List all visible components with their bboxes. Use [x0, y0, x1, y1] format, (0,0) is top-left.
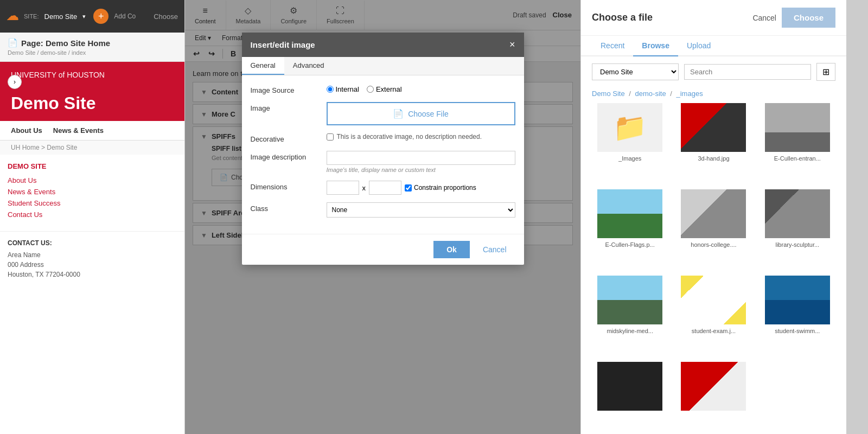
- fc-item-honors[interactable]: honors-college....: [675, 189, 751, 268]
- image-source-label: Image Source: [251, 84, 327, 94]
- choose-file-button[interactable]: 📄 Choose File: [327, 102, 515, 125]
- decorative-text: This is a decorative image, no descripti…: [337, 133, 482, 141]
- cms-add-button[interactable]: +: [93, 9, 108, 24]
- sidebar-item-about[interactable]: About Us: [8, 175, 177, 186]
- class-select[interactable]: None: [327, 202, 515, 218]
- image-source-row: Image Source Internal External: [251, 84, 515, 94]
- radio-internal[interactable]: Internal: [327, 85, 359, 93]
- constrain-label[interactable]: Constrain proportions: [405, 184, 476, 192]
- fc-name-3dhand: 3d-hand.jpg: [698, 155, 729, 162]
- site-preview: UNIVERSITY of HOUSTON Demo Site About Us…: [0, 62, 184, 287]
- fc-tab-upload[interactable]: Upload: [678, 36, 719, 56]
- fc-item-eculle[interactable]: E-Cullen-entran...: [760, 103, 835, 182]
- cms-site-name[interactable]: Demo Site: [44, 12, 78, 21]
- decorative-row: Decorative This is a decorative image, n…: [251, 133, 515, 143]
- decorative-checkbox-label[interactable]: This is a decorative image, no descripti…: [327, 133, 515, 141]
- radio-external-input[interactable]: [367, 86, 374, 93]
- class-row: Class None: [251, 202, 515, 218]
- fc-search-input[interactable]: [684, 64, 811, 80]
- fc-tab-browse[interactable]: Browse: [633, 36, 678, 56]
- fc-thumb-library: [765, 189, 830, 238]
- ok-button[interactable]: Ok: [433, 241, 470, 258]
- dialog-tab-general[interactable]: General: [242, 57, 284, 75]
- fc-thumb-honors: [681, 189, 746, 238]
- fc-item-midskyline[interactable]: midskyline-med...: [592, 276, 668, 354]
- fc-item-swim[interactable]: student-swimm...: [760, 276, 835, 354]
- fc-thumb-eculle: [765, 103, 830, 152]
- fc-thumb-3dhand: [681, 103, 746, 152]
- width-input[interactable]: [327, 181, 359, 195]
- cms-site-label: SITE:: [24, 13, 39, 20]
- cms-site-dropdown-icon[interactable]: ▾: [82, 13, 86, 20]
- height-input[interactable]: [369, 181, 401, 195]
- fc-breadcrumb: Demo Site / demo-site / _images: [581, 87, 846, 103]
- constrain-text: Constrain proportions: [414, 184, 476, 192]
- dialog-title: Insert/edit image: [251, 40, 315, 49]
- cms-left-panel: ☁ SITE: Demo Site ▾ + Add Co Choose 📄 Pa…: [0, 0, 184, 434]
- decorative-label: Decorative: [251, 133, 327, 143]
- cms-breadcrumb: Demo Site / demo-site / index: [8, 49, 177, 56]
- fc-breadcrumb-sep1: /: [629, 90, 633, 98]
- image-desc-control: Image's title, display name or custom te…: [327, 151, 515, 173]
- fc-header-actions: Cancel Choose: [752, 8, 835, 28]
- fc-thumb-swim: [765, 276, 830, 324]
- constrain-checkbox[interactable]: [405, 184, 412, 192]
- image-desc-label: Image description: [251, 151, 327, 161]
- cms-page-title: 📄 Page: Demo Site Home: [8, 38, 177, 48]
- sidebar-item-news[interactable]: News & Events: [8, 186, 177, 197]
- image-desc-help: Image's title, display name or custom te…: [327, 167, 515, 173]
- fc-item-dark1[interactable]: [592, 362, 668, 434]
- radio-external[interactable]: External: [367, 85, 402, 93]
- fc-name-library: library-sculptur...: [775, 241, 819, 248]
- fc-item-helmet[interactable]: [675, 362, 751, 434]
- cms-logo-icon: ☁: [7, 9, 18, 23]
- radio-internal-input[interactable]: [327, 86, 334, 93]
- contact-info: Area Name000 AddressHouston, TX 77204-00…: [8, 250, 177, 279]
- choose-file-label: Choose File: [408, 110, 449, 118]
- folder-icon: 📁: [613, 112, 647, 143]
- page-doc-icon: 📄: [8, 38, 18, 48]
- decorative-checkbox[interactable]: [327, 133, 334, 141]
- fc-cancel-button[interactable]: Cancel: [752, 14, 776, 22]
- dimensions-x: x: [362, 184, 366, 192]
- fc-item-flags[interactable]: E-Cullen-Flags.p...: [592, 189, 668, 268]
- dialog-header: Insert/edit image ×: [242, 33, 524, 57]
- fc-item-folder[interactable]: 📁 _Images: [592, 103, 668, 182]
- fc-item-library[interactable]: library-sculptur...: [760, 189, 835, 268]
- fc-name-honors: honors-college....: [691, 241, 736, 248]
- fc-item-3dhand[interactable]: 3d-hand.jpg: [675, 103, 751, 182]
- fc-choose-button[interactable]: Choose: [782, 8, 835, 28]
- cms-expand-button[interactable]: ›: [8, 75, 22, 89]
- file-chooser-title: Choose a file: [592, 12, 653, 23]
- site-nav-news[interactable]: News & Events: [53, 126, 104, 135]
- fc-name-flags: E-Cullen-Flags.p...: [605, 241, 655, 248]
- fc-breadcrumb-images[interactable]: _images: [676, 90, 703, 98]
- fc-breadcrumb-demo-site[interactable]: demo-site: [635, 90, 666, 98]
- dialog-cancel-button[interactable]: Cancel: [474, 241, 515, 258]
- site-nav-about[interactable]: About Us: [11, 126, 42, 135]
- fc-breadcrumb-site[interactable]: Demo Site: [592, 90, 625, 98]
- fc-thumb-helmet: [681, 362, 746, 411]
- fc-name-eculle: E-Cullen-entran...: [774, 155, 821, 162]
- fc-folder-thumb: 📁: [597, 103, 662, 152]
- fc-name-midskyline: midskyline-med...: [607, 328, 653, 334]
- image-row: Image 📄 Choose File: [251, 102, 515, 125]
- dialog-close-button[interactable]: ×: [509, 39, 515, 50]
- image-desc-input[interactable]: [327, 151, 515, 165]
- dialog-tab-advanced[interactable]: Advanced: [284, 57, 333, 75]
- fc-item-exam[interactable]: student-exam.j...: [675, 276, 751, 354]
- fc-grid-view-button[interactable]: ⊞: [816, 63, 835, 81]
- file-chooser-header: Choose a file Cancel Choose: [581, 0, 846, 36]
- fc-name-swim: student-swimm...: [775, 328, 820, 334]
- sidebar-item-student[interactable]: Student Success: [8, 197, 177, 209]
- fc-grid: 📁 _Images 3d-hand.jpg E-Cullen-entran...…: [581, 103, 846, 434]
- fc-tabs: Recent Browse Upload: [581, 36, 846, 56]
- fc-tab-recent[interactable]: Recent: [592, 36, 633, 56]
- file-icon: 📄: [393, 108, 404, 119]
- fc-site-select[interactable]: Demo Site: [592, 63, 679, 80]
- cms-add-label: Add Co: [114, 12, 136, 20]
- sidebar-item-contact[interactable]: Contact Us: [8, 209, 177, 220]
- image-field-control: 📄 Choose File: [327, 102, 515, 125]
- image-source-radios: Internal External: [327, 84, 515, 93]
- insert-image-dialog: Insert/edit image × General Advanced Ima…: [242, 33, 524, 265]
